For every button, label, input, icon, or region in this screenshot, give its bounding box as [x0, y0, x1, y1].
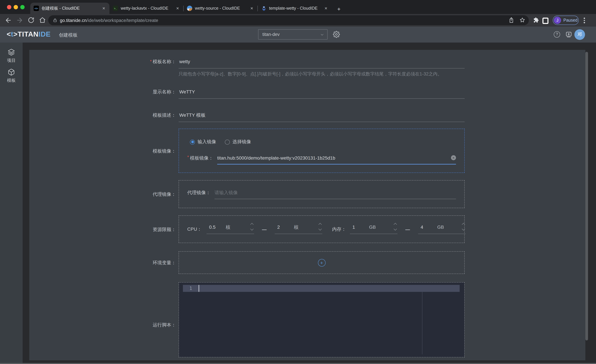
description-row: 模板描述： WeTTY 模板	[29, 112, 585, 122]
display-name-row: 显示名称： WeTTY	[29, 89, 585, 99]
forward-icon[interactable]	[16, 17, 23, 24]
window-zoom-button[interactable]	[20, 5, 25, 9]
editor-active-line: 1	[183, 285, 460, 292]
proxy-image-inner-label: 代理镜像：	[187, 189, 210, 195]
browser-toolbar: go.titanide.cn/ide/web/workspace/templat…	[0, 14, 596, 27]
radio-select-image[interactable]: 选择镜像	[225, 139, 251, 145]
titanide-logo[interactable]: <t>TITANIDE	[7, 30, 51, 38]
reload-icon[interactable]	[28, 17, 35, 24]
help-icon[interactable]: ?	[554, 31, 560, 37]
memory-min-stepper[interactable]: 1GB	[350, 224, 397, 234]
editor-ruler	[422, 292, 422, 354]
url-path: /ide/web/workspace/template/create	[87, 18, 158, 23]
profile-status: Paused	[563, 18, 578, 23]
cpu-max-stepper[interactable]: 2核	[275, 224, 322, 234]
required-asterisk: *	[150, 59, 152, 64]
url-host: go.titanide.cn	[60, 18, 87, 23]
text-cursor	[199, 285, 199, 292]
profile-avatar: J	[554, 17, 561, 24]
layers-icon	[8, 48, 15, 56]
system-console-icon[interactable]	[565, 31, 572, 38]
lock-icon	[53, 18, 57, 23]
tab-close-icon[interactable]: ✕	[249, 5, 255, 11]
workspace-select[interactable]: titan-dev	[258, 29, 328, 40]
description-input[interactable]: WeTTY 模板	[179, 112, 465, 122]
extensions-puzzle-icon[interactable]	[532, 17, 539, 24]
tab-title: template-wetty - CloudIDE	[269, 6, 322, 11]
proxy-image-box: 代理镜像： 请输入镜像	[179, 180, 465, 208]
stepper-arrows-icon[interactable]	[319, 223, 321, 230]
proxy-image-input[interactable]: 请输入镜像	[215, 189, 456, 199]
bottom-scrollbar-track	[0, 363, 596, 364]
tab-title: wetty-lackavtx - CloudIDE	[121, 6, 173, 11]
create-template-panel: *模板名称： wetty 只能包含小写字母[a-z]、数字[0-9]、点[.]与…	[29, 50, 585, 360]
radio-input-image[interactable]: 输入镜像	[190, 139, 216, 145]
template-name-row: *模板名称： wetty 只能包含小写字母[a-z]、数字[0-9]、点[.]与…	[29, 58, 585, 77]
titanide-favicon: <t>	[34, 6, 39, 11]
app-header: <t>TITANIDE 创建模板 titan-dev ? 邓	[0, 27, 596, 43]
wetty-source-favicon	[187, 6, 192, 11]
template-image-label: 模板镜像：	[29, 148, 176, 154]
template-image-input[interactable]: titan.hub:5000/demo/template-wetty:v2023…	[217, 155, 456, 165]
proxy-image-label: 代理镜像：	[29, 191, 176, 197]
display-name-input[interactable]: WeTTY	[179, 89, 465, 99]
back-icon[interactable]	[5, 17, 12, 24]
profile-chip[interactable]: J Paused	[553, 16, 579, 25]
template-name-hint: 只能包含小写字母[a-z]、数字[0-9]、点[.]与破折号[-]，必须以小写字…	[179, 71, 465, 77]
env-vars-row: 环境变量： +	[29, 251, 585, 274]
clear-input-icon[interactable]: ✕	[451, 155, 456, 160]
home-icon[interactable]	[39, 17, 46, 24]
sidebar-item-label: 模板	[7, 77, 16, 83]
proxy-image-row: 代理镜像： 代理镜像： 请输入镜像	[29, 180, 585, 208]
template-image-row: 模板镜像： 输入镜像 选择镜像 * 模板镜像： titan.hub:5000/d…	[29, 129, 585, 173]
memory-label: 内存：	[332, 226, 346, 232]
description-label: 模板描述：	[29, 112, 176, 122]
resource-quota-label: 资源限额：	[29, 226, 176, 232]
add-env-var-button[interactable]: +	[318, 259, 325, 266]
new-tab-button[interactable]: +	[334, 5, 343, 14]
chevron-down-icon	[320, 33, 324, 37]
tab-template-wetty[interactable]: template-wetty - CloudIDE ✕	[258, 3, 332, 14]
tab-wetty-lackavtx[interactable]: >_ wetty-lackavtx - CloudIDE ✕	[109, 3, 183, 14]
sidebar: 项目 模板	[0, 43, 23, 364]
bookmark-star-icon[interactable]	[519, 17, 525, 23]
side-panel-icon[interactable]	[543, 18, 548, 24]
tab-wetty-source[interactable]: wetty-source - CloudIDE ✕	[184, 3, 257, 14]
tab-create-template[interactable]: <t> 创建模板 - CloudIDE ✕	[30, 3, 109, 14]
browser-menu-icon[interactable]	[584, 18, 585, 24]
screen: <t> 创建模板 - CloudIDE ✕ >_ wetty-lackavtx …	[0, 0, 596, 364]
proxy-image-placeholder: 请输入镜像	[215, 189, 456, 195]
cube-icon	[8, 68, 15, 76]
stepper-arrows-icon[interactable]	[394, 223, 396, 230]
tab-close-icon[interactable]: ✕	[323, 5, 329, 11]
page-title: 创建模板	[59, 32, 77, 38]
template-image-inner-label: 模板镜像：	[190, 155, 213, 161]
tab-close-icon[interactable]: ✕	[101, 5, 107, 11]
user-avatar[interactable]: 邓	[574, 29, 585, 40]
template-name-input[interactable]: wetty	[179, 58, 465, 68]
window-minimize-button[interactable]	[14, 5, 18, 9]
env-vars-box: +	[179, 251, 465, 274]
range-dash: —	[262, 226, 267, 232]
cpu-min-stepper[interactable]: 0.5核	[206, 224, 254, 234]
sidebar-item-projects[interactable]: 项目	[0, 47, 23, 65]
stepper-arrows-icon[interactable]	[251, 223, 253, 230]
workspace-settings-gear-icon[interactable]	[333, 31, 340, 38]
stepper-arrows-icon[interactable]	[462, 223, 464, 230]
tab-title: 创建模板 - CloudIDE	[42, 6, 99, 11]
template-image-field: * 模板镜像： titan.hub:5000/demo/template-wet…	[187, 155, 456, 165]
radio-unselected-icon	[225, 139, 230, 145]
diamond-favicon	[261, 6, 266, 11]
tab-close-icon[interactable]: ✕	[175, 5, 181, 11]
cpu-label: CPU：	[187, 226, 202, 232]
resource-quota-box: CPU： 0.5核 — 2核 内存： 1GB	[179, 215, 465, 243]
sidebar-item-templates[interactable]: 模板	[0, 66, 23, 85]
code-editor[interactable]: 1	[179, 282, 465, 357]
share-icon[interactable]	[508, 17, 514, 23]
window-close-button[interactable]	[7, 5, 11, 9]
run-script-row: 运行脚本： 1 (选填) 脚本将写入路径 ~/.cache/.init，当工作区…	[29, 282, 585, 360]
memory-max-stepper[interactable]: 4GB	[418, 224, 465, 234]
vertical-scrollbar[interactable]	[585, 52, 588, 340]
resource-quota-row: 资源限额： CPU： 0.5核 — 2核 内存：	[29, 215, 585, 243]
address-bar[interactable]: go.titanide.cn/ide/web/workspace/templat…	[48, 15, 529, 25]
